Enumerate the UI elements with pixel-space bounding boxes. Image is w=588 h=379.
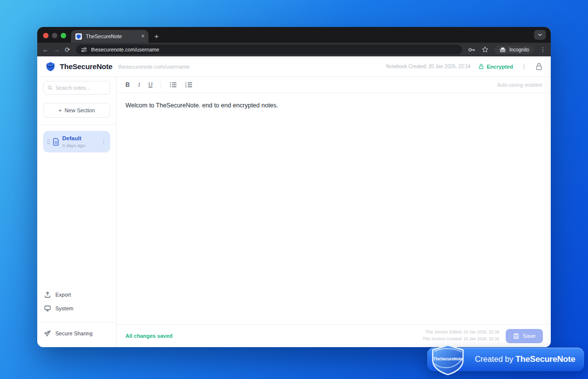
tab-close-icon[interactable]: × bbox=[141, 33, 145, 40]
save-label: Save bbox=[523, 333, 536, 339]
editor-panel: B I U 1 2 3 Auto-saving enabled bbox=[117, 77, 551, 347]
section-edited-text: This Section Edited: 20 Jan 2026, 22:39 bbox=[422, 329, 499, 336]
address-bar[interactable]: thesecurenote.com/username bbox=[76, 45, 463, 54]
section-name: Default bbox=[62, 135, 98, 141]
sidebar-item-export[interactable]: Export bbox=[43, 288, 110, 302]
forward-button[interactable]: → bbox=[53, 47, 60, 53]
tab-strip: TheSecureNote × + bbox=[37, 27, 551, 43]
incognito-label: Incognito bbox=[509, 47, 529, 52]
section-created-text: This Section Created: 20 Jan 2026, 22:34 bbox=[422, 336, 499, 343]
incognito-icon bbox=[499, 47, 506, 52]
italic-button[interactable]: I bbox=[138, 82, 140, 88]
system-monitor-icon bbox=[44, 305, 51, 312]
format-toolbar: B I U 1 2 3 Auto-saving enabled bbox=[117, 77, 551, 93]
site-settings-icon bbox=[81, 47, 87, 52]
search-input[interactable] bbox=[55, 85, 106, 91]
sidebar: + New Section Default 3 days ago bbox=[37, 77, 117, 347]
save-floppy-icon bbox=[513, 333, 519, 339]
changes-saved-status: All changes saved bbox=[125, 333, 172, 339]
system-label: System bbox=[55, 305, 74, 311]
bullet-list-button[interactable] bbox=[170, 82, 177, 88]
incognito-badge: Incognito bbox=[494, 46, 534, 54]
section-menu-button[interactable]: ⋮ bbox=[101, 139, 106, 145]
tab-favicon-shield-icon bbox=[75, 33, 82, 40]
paper-plane-icon bbox=[44, 330, 51, 337]
document-icon bbox=[52, 138, 60, 146]
encrypted-status-badge: Encrypted bbox=[478, 63, 513, 70]
app-logo-shield-icon bbox=[45, 61, 56, 72]
created-by-badge: TheSecureNote Created by TheSecureNote bbox=[427, 348, 584, 371]
app-header: TheSecureNote thesecurenote.com/username… bbox=[37, 56, 551, 77]
note-editor-content[interactable]: Welcom to TheSecureNote. end to end encr… bbox=[117, 93, 551, 324]
browser-menu-button[interactable]: ⋮ bbox=[540, 47, 546, 52]
close-window-button[interactable] bbox=[43, 33, 49, 38]
export-label: Export bbox=[55, 292, 71, 298]
main-area: + New Section Default 3 days ago bbox=[37, 77, 551, 347]
sidebar-divider bbox=[37, 125, 116, 125]
created-by-text: Created by TheSecureNote bbox=[475, 354, 575, 364]
autosave-status: Auto-saving enabled bbox=[497, 82, 542, 88]
underline-button[interactable]: U bbox=[148, 82, 153, 88]
tab-search-button[interactable] bbox=[534, 30, 546, 40]
browser-toolbar: ← → ⟳ thesecurenote.com/username bbox=[37, 43, 551, 56]
section-age: 3 days ago bbox=[62, 143, 98, 148]
svg-text:3: 3 bbox=[185, 86, 187, 88]
sidebar-footer-divider bbox=[37, 322, 116, 323]
address-url: thesecurenote.com/username bbox=[91, 47, 159, 52]
drag-handle-icon[interactable] bbox=[47, 139, 50, 145]
header-lock-button[interactable] bbox=[535, 62, 543, 71]
new-tab-button[interactable]: + bbox=[154, 32, 159, 40]
back-button[interactable]: ← bbox=[42, 47, 49, 53]
toolbar-separator bbox=[161, 81, 161, 89]
lock-icon bbox=[478, 63, 484, 70]
browser-window: TheSecureNote × + ← → ⟳ thesecurenote.co… bbox=[37, 27, 551, 347]
editor-footer: All changes saved This Section Edited: 2… bbox=[117, 324, 551, 347]
zoom-window-button[interactable] bbox=[61, 33, 66, 38]
notebook-created-text: Notebook Created: 20 Jan 2026, 22:34 bbox=[386, 64, 470, 69]
section-timestamps: This Section Edited: 20 Jan 2026, 22:39 … bbox=[422, 329, 499, 342]
tab-title: TheSecureNote bbox=[86, 33, 138, 39]
toolbar-actions: Incognito ⋮ bbox=[468, 46, 546, 54]
secure-sharing-label: Secure Sharing bbox=[55, 330, 93, 336]
sidebar-spacer bbox=[43, 152, 110, 288]
badge-brand: TheSecureNote bbox=[515, 354, 575, 364]
app-brand-title: TheSecureNote bbox=[60, 62, 112, 71]
encrypted-label: Encrypted bbox=[487, 64, 513, 70]
section-texts: Default 3 days ago bbox=[62, 135, 98, 148]
window-controls bbox=[43, 33, 66, 38]
bold-button[interactable]: B bbox=[125, 82, 130, 88]
search-notes-box[interactable] bbox=[43, 81, 110, 95]
header-url-text: thesecurenote.com/username bbox=[118, 64, 190, 70]
chevron-down-icon bbox=[538, 33, 542, 37]
sidebar-item-system[interactable]: System bbox=[43, 302, 110, 315]
reload-button[interactable]: ⟳ bbox=[65, 47, 70, 53]
new-section-button[interactable]: + New Section bbox=[43, 103, 110, 118]
header-menu-button[interactable]: ⋮ bbox=[521, 63, 527, 70]
new-section-label: New Section bbox=[65, 107, 95, 113]
search-icon bbox=[48, 85, 52, 91]
section-card-default[interactable]: Default 3 days ago ⋮ bbox=[43, 131, 110, 152]
bookmark-star-icon[interactable] bbox=[482, 46, 489, 53]
plus-icon: + bbox=[58, 107, 61, 113]
export-icon bbox=[44, 291, 51, 298]
badge-shield-logo: TheSecureNote bbox=[426, 344, 470, 375]
sidebar-item-secure-sharing[interactable]: Secure Sharing bbox=[43, 327, 110, 340]
browser-tab[interactable]: TheSecureNote × bbox=[71, 30, 148, 43]
passwords-key-icon[interactable] bbox=[468, 47, 476, 53]
badge-shield-text: TheSecureNote bbox=[433, 357, 463, 361]
header-actions: Notebook Created: 20 Jan 2026, 22:34 Enc… bbox=[386, 62, 543, 71]
minimize-window-button[interactable] bbox=[52, 33, 57, 38]
footer-right: This Section Edited: 20 Jan 2026, 22:39 … bbox=[422, 329, 543, 343]
numbered-list-button[interactable]: 1 2 3 bbox=[185, 82, 193, 88]
save-button[interactable]: Save bbox=[506, 329, 543, 343]
